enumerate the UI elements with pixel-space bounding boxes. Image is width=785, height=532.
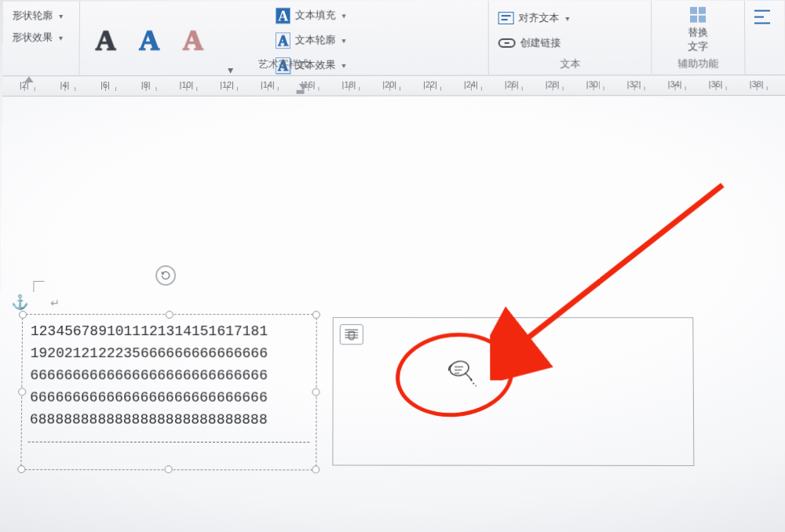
ruler-tick: |34|	[674, 75, 675, 93]
text-outline-button[interactable]: A 文本轮廓 ▾	[276, 29, 346, 51]
ruler-tick: |10|	[186, 76, 187, 93]
textbox-1-line: 192021212223566666666666666	[31, 345, 260, 361]
textbox-1-line: 666666666666666666666666666	[30, 389, 259, 405]
alt-text-button[interactable]: 替换 文字	[661, 4, 735, 54]
alt-text-icon	[690, 7, 706, 23]
textbox-1-line: 688888888888888888888888888	[30, 411, 259, 427]
paragraph-mark: ↵	[50, 297, 60, 309]
align-text-icon	[498, 12, 514, 24]
ribbon-group-title: 文本	[489, 56, 652, 71]
ruler-tick: |18|	[349, 76, 349, 93]
ruler-tick: |20|	[389, 76, 390, 93]
create-link-label: 创建链接	[520, 36, 561, 50]
resize-handle-s[interactable]	[165, 465, 173, 473]
text-outline-label: 文本轮廓	[295, 33, 336, 47]
chevron-down-icon: ▾	[342, 36, 346, 45]
resize-handle-se[interactable]	[312, 465, 319, 473]
ruler-tick: |12|	[227, 76, 228, 93]
ruler-tick: |30|	[593, 75, 594, 93]
chevron-down-icon: ▾	[342, 11, 346, 20]
chevron-down-icon: ▾	[59, 12, 63, 20]
ribbon: 形状轮廓 ▾ 形状效果 ▾ A A A ▾ A 文本填充 ▾ A 文本轮廓	[2, 1, 784, 77]
first-line-indent-marker[interactable]	[24, 76, 34, 82]
next-group-button[interactable]	[754, 4, 775, 26]
document-area[interactable]: ⚓ ↵ 1234567891011121314151617181 1920212…	[0, 96, 785, 532]
ruler-tick: |16|	[309, 76, 309, 93]
textbox-2[interactable]	[332, 317, 694, 466]
align-text-button[interactable]: 对齐文本 ▾	[498, 7, 641, 29]
ruler-tick: |22|	[430, 76, 431, 93]
ribbon-group-next	[745, 1, 784, 75]
text-fill-icon: A	[276, 7, 290, 24]
ruler-tick: |8|	[146, 76, 147, 93]
shape-effects-button[interactable]: 形状效果 ▾	[12, 27, 70, 49]
ruler-tick: |32|	[634, 75, 635, 93]
ribbon-group-shape: 形状轮廓 ▾ 形状效果 ▾	[2, 2, 80, 76]
alt-text-label: 替换 文字	[688, 26, 708, 54]
ruler-tick: |38|	[757, 75, 758, 93]
textbox-1-content[interactable]: 1234567891011121314151617181 19202121222…	[22, 315, 316, 437]
textbox-1[interactable]: 1234567891011121314151617181 19202121222…	[20, 314, 316, 470]
page-corner-mark	[33, 281, 44, 292]
resize-handle-w[interactable]	[18, 388, 26, 395]
ribbon-group-wordart: A A A ▾ A 文本填充 ▾ A 文本轮廓 ▾ A 文本效果 ▾	[80, 1, 490, 76]
text-fill-label: 文本填充	[295, 9, 336, 23]
resize-handle-e[interactable]	[312, 388, 319, 396]
ruler-tick: |4|	[64, 76, 65, 93]
resize-handle-nw[interactable]	[19, 311, 27, 319]
layout-options-button[interactable]	[340, 324, 363, 344]
wordart-style-1[interactable]: A	[96, 24, 116, 57]
shape-outline-label: 形状轮廓	[13, 9, 53, 23]
align-text-label: 对齐文本	[519, 11, 560, 25]
resize-handle-ne[interactable]	[312, 311, 320, 319]
shape-effects-label: 形状效果	[12, 31, 53, 45]
ribbon-group-title: 艺术字样式	[80, 57, 489, 72]
resize-handle-sw[interactable]	[17, 465, 25, 473]
resize-handle-n[interactable]	[166, 311, 173, 319]
chevron-down-icon: ▾	[566, 14, 570, 23]
ruler-ticks: |2||4||6||8||10||12||14||16||18||20||22|…	[24, 75, 785, 96]
text-fill-button[interactable]: A 文本填充 ▾	[276, 5, 346, 27]
chevron-down-icon: ▾	[59, 33, 63, 42]
wordart-style-2[interactable]: A	[139, 24, 159, 57]
left-indent-marker[interactable]	[297, 90, 305, 94]
layout-options-icon	[344, 328, 360, 341]
ribbon-group-accessibility: 替换 文字 辅助功能	[652, 1, 745, 76]
textbox-1-line: 123456789101112131415161718	[31, 323, 260, 339]
anchor-icon[interactable]: ⚓	[11, 293, 28, 311]
rotate-handle[interactable]	[155, 265, 176, 286]
hanging-indent-marker[interactable]	[299, 84, 309, 90]
lines-icon	[754, 10, 770, 24]
ruler-tick: |26|	[512, 76, 513, 93]
ruler-tick: |24|	[471, 76, 472, 93]
ruler-tick: |36|	[715, 75, 716, 93]
create-link-button[interactable]: 创建链接	[498, 32, 642, 54]
textbox-1-line: 666666666666666666666666666	[30, 367, 259, 383]
ruler-tick: |6|	[105, 76, 106, 93]
textbox-bottom-rule	[28, 442, 310, 443]
ribbon-group-title: 辅助功能	[652, 56, 745, 71]
rotate-arrow-icon	[159, 269, 172, 282]
wordart-style-3[interactable]: A	[183, 24, 203, 57]
ruler-tick: |14|	[268, 76, 268, 93]
link-icon	[498, 38, 516, 48]
text-outline-icon: A	[276, 32, 290, 49]
shape-outline-button[interactable]: 形状轮廓 ▾	[13, 5, 71, 27]
ruler-tick: |28|	[553, 75, 553, 93]
ruler-horizontal[interactable]: |2||4||6||8||10||12||14||16||18||20||22|…	[2, 75, 785, 97]
ribbon-group-text: 文字方向 对齐文本 ▾ 创建链接 文本	[489, 1, 652, 76]
